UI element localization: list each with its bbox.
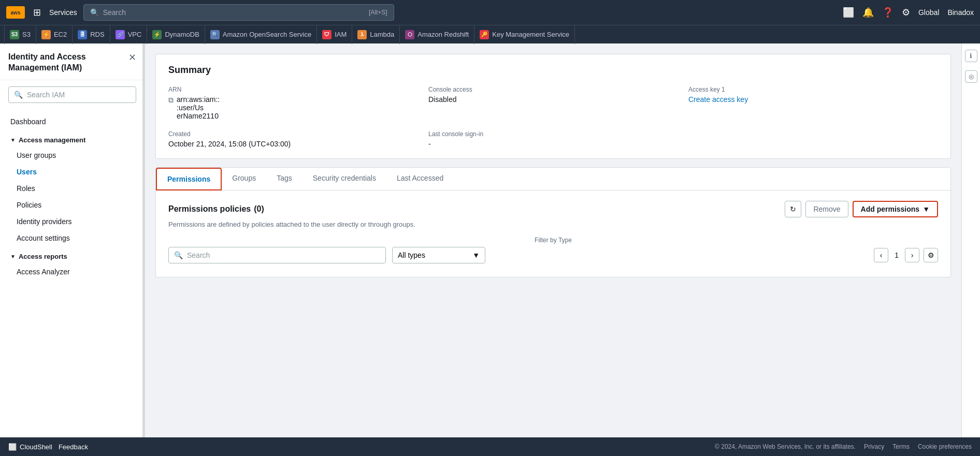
global-search-input[interactable] [103, 8, 365, 17]
tab-groups[interactable]: Groups [222, 168, 266, 190]
tab-last-accessed[interactable]: Last Accessed [386, 168, 454, 190]
search-icon: 🔍 [90, 8, 99, 17]
main-content: Summary ARN ⧉ arn:aws:iam:: :user/Us erN… [145, 43, 961, 437]
bell-icon[interactable]: 🔔 [862, 7, 874, 18]
sidebar-item-user-groups[interactable]: User groups [0, 147, 145, 164]
console-access-value: Disabled [428, 95, 678, 104]
grid-icon[interactable]: ⊞ [33, 7, 41, 18]
sidebar-item-account-settings[interactable]: Account settings [0, 230, 145, 246]
service-tab-iam[interactable]: 🛡 IAM [317, 25, 352, 44]
global-search-bar[interactable]: 🔍 [Alt+S] [83, 4, 394, 21]
permissions-panel: Permissions policies (0) ↻ Remove Add pe… [156, 190, 950, 277]
sidebar-search-input[interactable] [27, 91, 131, 99]
permissions-actions: ↻ Remove Add permissions ▼ [785, 201, 938, 217]
sidebar-section-access-management[interactable]: ▼ Access management [0, 130, 145, 147]
arn-label: ARN [168, 86, 418, 93]
refresh-button[interactable]: ↻ [785, 201, 801, 217]
lambda-icon: λ [357, 30, 367, 39]
iam-icon: 🛡 [322, 30, 332, 39]
sidebar: Identity and Access Management (IAM) ✕ 🔍… [0, 43, 145, 437]
last-sign-in-value: - [428, 140, 678, 148]
prev-page-button[interactable]: ‹ [874, 248, 888, 262]
created-label: Created [168, 130, 418, 138]
permissions-search-input[interactable] [187, 251, 380, 259]
section-arrow-icon: ▼ [10, 137, 16, 143]
permissions-title: Permissions policies [168, 204, 251, 214]
table-settings-button[interactable]: ⚙ [924, 248, 938, 262]
service-tabs-bar: S3 S3 ⚡ EC2 🗄 RDS 🔗 VPC ⚡ DynamoDB 🔍 Ama… [0, 25, 980, 43]
permissions-title-group: Permissions policies (0) [168, 204, 264, 214]
rds-icon: 🗄 [78, 30, 87, 39]
type-filter-select-wrap[interactable]: All types AWS managed Customer managed I… [392, 247, 485, 263]
service-tab-rds[interactable]: 🗄 RDS [73, 25, 110, 44]
s3-icon: S3 [10, 30, 19, 39]
permissions-search-icon: 🔍 [174, 251, 183, 259]
terminal-icon[interactable]: ⬜ [843, 7, 854, 18]
sidebar-title: Identity and Access Management (IAM) [8, 52, 128, 73]
kms-icon: 🔑 [480, 30, 489, 39]
help-icon[interactable]: ❓ [882, 7, 893, 18]
sidebar-search-box[interactable]: 🔍 [8, 86, 136, 103]
account-selector[interactable]: Binadox [947, 8, 974, 17]
right-sidebar: ℹ ◎ [961, 43, 980, 437]
service-tab-vpc[interactable]: 🔗 VPC [110, 25, 148, 44]
create-access-key-link[interactable]: Create access key [688, 95, 748, 104]
sidebar-item-identity-providers[interactable]: Identity providers [0, 213, 145, 230]
vpc-label: VPC [128, 31, 142, 38]
access-key-label: Access key 1 [688, 86, 938, 93]
sidebar-item-users[interactable]: Users [0, 164, 145, 180]
console-access-label: Console access [428, 86, 678, 93]
aws-logo[interactable]: aws [6, 6, 25, 19]
service-tab-redshift[interactable]: ⬡ Amazon Redshift [400, 25, 474, 44]
sidebar-item-roles[interactable]: Roles [0, 180, 145, 197]
copy-icon[interactable]: ⧉ [168, 96, 174, 105]
right-info-icon[interactable]: ℹ [965, 50, 977, 62]
tabs-header: Permissions Groups Tags Security credent… [156, 168, 950, 190]
arn-value-container: ⧉ arn:aws:iam:: :user/Us erName2110 [168, 95, 418, 120]
section-arrow-reports-icon: ▼ [10, 254, 16, 259]
remove-button[interactable]: Remove [805, 201, 848, 217]
opensearch-label: Amazon OpenSearch Service [223, 31, 311, 38]
dynamodb-label: DynamoDB [165, 31, 199, 38]
created-value: October 21, 2024, 15:08 (UTC+03:00) [168, 140, 418, 148]
permissions-header: Permissions policies (0) ↻ Remove Add pe… [168, 201, 938, 217]
arn-value: arn:aws:iam:: :user/Us erName2110 [177, 95, 220, 120]
services-button[interactable]: Services [49, 8, 77, 17]
sidebar-item-dashboard[interactable]: Dashboard [0, 113, 145, 130]
service-tab-ec2[interactable]: ⚡ EC2 [36, 25, 73, 44]
redshift-label: Amazon Redshift [417, 31, 469, 38]
sidebar-close-button[interactable]: ✕ [128, 52, 136, 63]
sidebar-item-access-analyzer[interactable]: Access Analyzer [0, 263, 145, 280]
type-filter-select[interactable]: All types AWS managed Customer managed I… [398, 251, 468, 259]
lambda-label: Lambda [370, 31, 394, 38]
sidebar-search-icon: 🔍 [14, 91, 23, 99]
redshift-icon: ⬡ [405, 30, 414, 39]
service-tab-s3[interactable]: S3 S3 [4, 25, 36, 44]
permissions-description: Permissions are defined by policies atta… [168, 220, 938, 228]
service-tab-kms[interactable]: 🔑 Key Management Service [474, 25, 575, 44]
summary-last-sign-in-field: Last console sign-in - [428, 130, 678, 148]
service-tab-lambda[interactable]: λ Lambda [352, 25, 400, 44]
next-page-button[interactable]: › [905, 248, 919, 262]
tab-security-credentials[interactable]: Security credentials [302, 168, 386, 190]
tab-tags[interactable]: Tags [266, 168, 302, 190]
tab-permissions[interactable]: Permissions [156, 168, 222, 190]
select-dropdown-icon: ▼ [472, 251, 480, 259]
kms-label: Key Management Service [492, 31, 569, 38]
add-permissions-button[interactable]: Add permissions ▼ [853, 201, 938, 217]
top-navigation: aws ⊞ Services 🔍 [Alt+S] ⬜ 🔔 ❓ ⚙ Global … [0, 0, 980, 25]
sidebar-section-access-reports[interactable]: ▼ Access reports [0, 246, 145, 263]
service-tab-dynamodb[interactable]: ⚡ DynamoDB [147, 25, 205, 44]
service-tab-opensearch[interactable]: 🔍 Amazon OpenSearch Service [205, 25, 317, 44]
sidebar-search-container: 🔍 [0, 80, 145, 109]
sidebar-resize-handle[interactable] [142, 43, 145, 437]
region-selector[interactable]: Global [918, 8, 939, 17]
sidebar-item-policies[interactable]: Policies [0, 197, 145, 213]
summary-access-key-field: Access key 1 Create access key [688, 86, 938, 120]
filter-by-type-label: Filter by Type [168, 237, 938, 244]
settings-icon[interactable]: ⚙ [902, 7, 910, 18]
sidebar-header: Identity and Access Management (IAM) ✕ [0, 43, 145, 80]
permissions-count: (0) [254, 204, 264, 214]
right-target-icon[interactable]: ◎ [965, 70, 977, 83]
permissions-search-wrap[interactable]: 🔍 [168, 247, 386, 263]
